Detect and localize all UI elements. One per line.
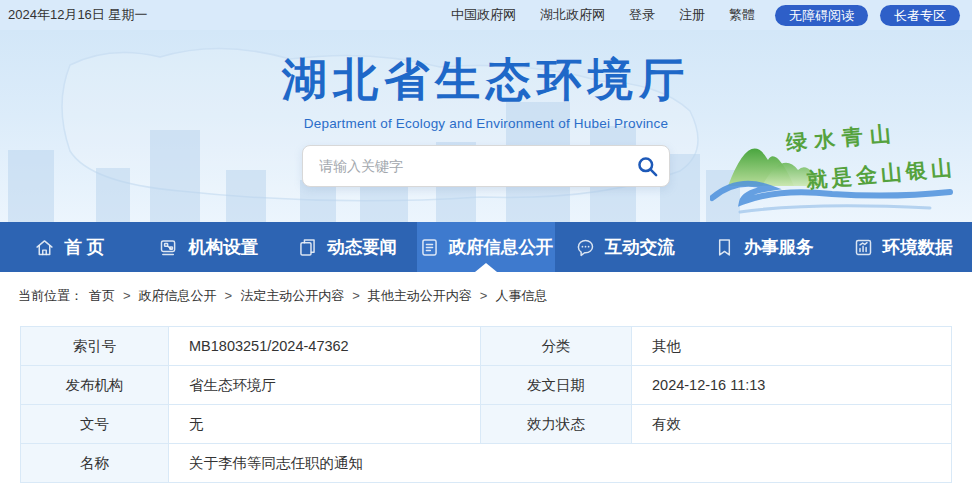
news-icon [297,237,318,258]
field-label: 发布机构 [21,366,169,405]
chat-icon [575,237,596,258]
top-pills: 无障碍阅读长者专区 [775,5,960,26]
content-area: 当前位置：首页>政府信息公开>法定主动公开内容>其他主动公开内容>人事信息 索引… [0,272,972,504]
top-link-2[interactable]: 登录 [629,6,655,24]
bookmark-icon [714,237,735,258]
breadcrumb: 当前位置：首页>政府信息公开>法定主动公开内容>其他主动公开内容>人事信息 [0,272,972,305]
nav-item-label: 政府信息公开 [449,235,554,259]
nav-item-0[interactable]: 首 页 [0,222,139,272]
top-bar-right: 中国政府网湖北政府网登录注册繁體 无障碍阅读长者专区 [451,5,960,26]
field-value: 无 [169,405,481,444]
site-title: 湖北省生态环境厅 [276,50,696,110]
pill-button-1[interactable]: 长者专区 [880,5,960,26]
org-icon [158,237,179,258]
search-input[interactable] [303,146,625,186]
nav-item-label: 首 页 [64,235,104,259]
nav-item-label: 动态要闻 [327,235,397,259]
site-header: 湖北省生态环境厅 Department of Ecology and Envir… [0,30,972,222]
pill-button-0[interactable]: 无障碍阅读 [775,5,868,26]
field-value: 省生态环境厅 [169,366,481,405]
field-value: 有效 [632,405,952,444]
field-label: 名称 [21,444,169,483]
home-icon [34,237,55,258]
breadcrumb-item-1[interactable]: 政府信息公开 [139,288,217,303]
slogan-graphic: 绿水青山 就是金山银山 [710,102,958,220]
search-button[interactable] [625,146,669,186]
document-icon [419,237,440,258]
field-value: 关于李伟等同志任职的通知 [169,444,952,483]
field-label: 效力状态 [481,405,632,444]
breadcrumb-separator: > [480,288,488,303]
breadcrumb-separator: > [123,288,131,303]
breadcrumb-item-4[interactable]: 人事信息 [495,288,547,303]
field-value: 其他 [632,327,952,366]
top-link-1[interactable]: 湖北政府网 [540,6,605,24]
nav-item-4[interactable]: 互动交流 [555,222,694,272]
nav-item-5[interactable]: 办事服务 [694,222,833,272]
nav-item-6[interactable]: 环境数据 [833,222,972,272]
nav-item-3[interactable]: 政府信息公开 [417,222,556,272]
top-link-4[interactable]: 繁體 [729,6,755,24]
breadcrumb-separator: > [352,288,360,303]
page: 2024年12月16日 星期一 中国政府网湖北政府网登录注册繁體 无障碍阅读长者… [0,0,972,504]
top-bar: 2024年12月16日 星期一 中国政府网湖北政府网登录注册繁體 无障碍阅读长者… [0,0,972,30]
date-text: 2024年12月16日 星期一 [8,6,147,24]
top-link-3[interactable]: 注册 [679,6,705,24]
site-logo[interactable]: 湖北省生态环境厅 Department of Ecology and Envir… [276,50,696,131]
main-nav: 首 页机构设置动态要闻政府信息公开互动交流办事服务环境数据 [0,222,972,272]
field-label: 发文日期 [481,366,632,405]
data-icon [853,237,874,258]
breadcrumb-prefix: 当前位置： [18,288,83,303]
top-links: 中国政府网湖北政府网登录注册繁體 [451,6,755,24]
nav-item-label: 办事服务 [744,235,814,259]
field-label: 文号 [21,405,169,444]
breadcrumb-item-3[interactable]: 其他主动公开内容 [368,288,472,303]
breadcrumb-items: 首页>政府信息公开>法定主动公开内容>其他主动公开内容>人事信息 [89,288,547,303]
field-label: 分类 [481,327,632,366]
nav-item-label: 互动交流 [605,235,675,259]
site-subtitle: Department of Ecology and Environment of… [276,116,696,131]
breadcrumb-item-2[interactable]: 法定主动公开内容 [240,288,344,303]
nav-item-label: 环境数据 [883,235,953,259]
nav-item-label: 机构设置 [188,235,258,259]
nav-item-1[interactable]: 机构设置 [139,222,278,272]
nav-item-2[interactable]: 动态要闻 [278,222,417,272]
top-link-0[interactable]: 中国政府网 [451,6,516,24]
breadcrumb-separator: > [225,288,233,303]
search-icon [636,155,659,178]
field-label: 索引号 [21,327,169,366]
info-table: 索引号MB1803251/2024-47362分类其他发布机构省生态环境厅发文日… [20,326,952,483]
search-box [302,145,670,187]
field-value: 2024-12-16 11:13 [632,366,952,405]
breadcrumb-item-0[interactable]: 首页 [89,288,115,303]
field-value: MB1803251/2024-47362 [169,327,481,366]
